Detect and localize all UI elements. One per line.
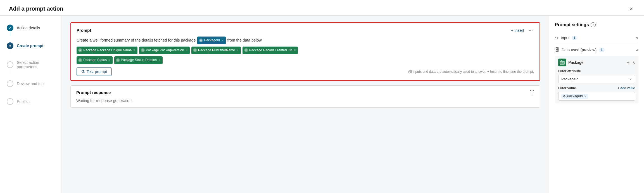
expand-button[interactable]: ⛶	[530, 90, 534, 95]
step-publish[interactable]: Publish	[7, 98, 54, 105]
prompt-tags-line-2: Package.Status × Package.Status Reason ×	[77, 56, 534, 64]
tag-4[interactable]: Package.Status ×	[77, 56, 113, 64]
input-label-text: Input	[561, 36, 569, 40]
svg-text:⚙: ⚙	[200, 40, 202, 42]
step-circle-3	[7, 61, 13, 68]
filter-value-field: Filter value + Add value ⚙ PackageId ×	[558, 86, 635, 101]
package-data-item: Package ··· ∧ Filter attribute PackageId…	[555, 56, 638, 103]
right-panel: Prompt settings i ↪ Input 1 ∨ 🗄 Data use…	[549, 16, 644, 193]
input-arrow-icon: ↪	[555, 35, 559, 40]
tag-close-1[interactable]: ×	[186, 47, 187, 53]
tag-2[interactable]: Package.PublisherName ×	[191, 47, 241, 54]
filter-value-close[interactable]: ×	[584, 94, 586, 98]
tag-1[interactable]: Package.PackageVersion ×	[139, 47, 190, 54]
tag-0[interactable]: ⚙ Package.Package Unique Name ×	[77, 47, 137, 54]
package-more-button[interactable]: ···	[627, 60, 631, 65]
input-tag-close[interactable]: ×	[222, 38, 223, 43]
package-item-actions: ··· ∧	[627, 60, 635, 65]
step-label-2: Create prompt	[17, 44, 44, 48]
input-tag[interactable]: ⚙ PackageId ×	[197, 37, 225, 44]
filter-attribute-label: Filter attribute	[558, 69, 635, 73]
data-used-chevron[interactable]: ∧	[636, 48, 638, 52]
info-icon[interactable]: i	[591, 22, 596, 27]
tag-close-3[interactable]: ×	[294, 47, 296, 53]
svg-point-10	[562, 62, 563, 63]
step-action-details[interactable]: ✓ Action details	[7, 25, 54, 36]
step-circle-2: ●	[7, 42, 13, 49]
tag-label-2: Package.PublisherName	[198, 47, 235, 54]
svg-text:⚙: ⚙	[80, 50, 81, 51]
step-review-and-test[interactable]: Review and test	[7, 80, 54, 91]
tag-close-5[interactable]: ×	[158, 57, 160, 63]
package-name: Package	[568, 60, 583, 65]
prompt-hint: All inputs and data are automatically us…	[408, 70, 534, 74]
package-item-title: Package	[558, 59, 583, 66]
response-header: Prompt response ⛶	[76, 90, 534, 95]
filter-attribute-field: Filter attribute PackageId ∨	[558, 69, 635, 83]
step-select-action-parameters[interactable]: Select action parameters	[7, 60, 54, 74]
dialog-header: Add a prompt action ×	[0, 0, 644, 16]
connector-3	[10, 69, 10, 74]
step-circle-4	[7, 80, 13, 87]
svg-point-5	[194, 49, 196, 51]
prompt-text-line: Create a well formed summary of the deta…	[77, 37, 534, 44]
svg-point-8	[117, 59, 119, 61]
sidebar: ✓ Action details ● Create prompt Select …	[0, 16, 61, 193]
step-create-prompt[interactable]: ● Create prompt	[7, 42, 54, 54]
tag-close-2[interactable]: ×	[237, 47, 238, 53]
test-prompt-button[interactable]: ⚗ Test prompt	[77, 67, 112, 76]
prompt-header-actions: + Insert ···	[511, 27, 534, 33]
filter-value-input[interactable]: ⚙ PackageId ×	[558, 92, 635, 101]
step-label-3: Select action parameters	[17, 60, 54, 69]
tag-icon-packageid: ⚙	[199, 38, 203, 42]
filter-value-tag-text: PackageId	[567, 94, 583, 98]
filter-attribute-select[interactable]: PackageId ∨	[558, 75, 635, 83]
response-title: Prompt response	[76, 90, 111, 95]
tag-icon-0: ⚙	[78, 48, 82, 52]
panel-title: Prompt settings i	[555, 22, 638, 27]
tag-close-4[interactable]: ×	[108, 57, 110, 63]
svg-point-6	[245, 49, 247, 51]
tag-label-1: Package.PackageVersion	[146, 47, 184, 54]
insert-button[interactable]: + Insert	[511, 28, 524, 33]
input-section-label: ↪ Input 1	[555, 35, 578, 40]
data-used-label: 🗄 Data used (preview) 1	[555, 47, 605, 52]
step-label-1: Action details	[17, 26, 40, 30]
step-circle-5	[7, 98, 13, 105]
response-box: Prompt response ⛶ Waiting for response g…	[70, 85, 540, 108]
tag-5[interactable]: Package.Status Reason ×	[114, 56, 163, 64]
filter-value-tag: ⚙ PackageId ×	[561, 94, 588, 99]
test-prompt-icon: ⚗	[81, 69, 85, 74]
test-prompt-label: Test prompt	[87, 69, 107, 74]
input-section: ↪ Input 1 ∨	[555, 32, 638, 44]
tag-3[interactable]: Package.Record Created On ×	[243, 47, 298, 54]
connector-4	[10, 87, 10, 91]
connector-2	[10, 49, 10, 54]
tag-label-4: Package.Status	[83, 57, 107, 63]
tag-icon-4	[78, 58, 82, 62]
prompt-box: Prompt + Insert ··· Create a well formed…	[70, 22, 540, 81]
data-used-header: 🗄 Data used (preview) 1 ∧	[555, 47, 638, 52]
data-used-count: 1	[599, 48, 605, 52]
prompt-text-after: from the data below	[227, 37, 262, 44]
connector-1	[10, 31, 10, 36]
step-circle-1: ✓	[7, 25, 13, 31]
prompt-content: Create a well formed summary of the deta…	[77, 37, 534, 64]
add-value-label: + Add value	[617, 86, 635, 90]
input-count: 1	[572, 36, 578, 40]
add-value-button[interactable]: + Add value	[617, 86, 635, 90]
close-button[interactable]: ×	[627, 4, 635, 13]
package-collapse-button[interactable]: ∧	[632, 60, 635, 65]
tag-icon-3	[244, 48, 248, 52]
input-section-header[interactable]: ↪ Input 1 ∨	[555, 35, 638, 40]
filter-attribute-value: PackageId	[561, 77, 578, 81]
data-used-text: Data used (preview)	[562, 48, 597, 52]
package-item-header: Package ··· ∧	[558, 59, 635, 66]
main-layout: ✓ Action details ● Create prompt Select …	[0, 16, 644, 193]
more-options-button[interactable]: ···	[527, 27, 534, 33]
tag-close-0[interactable]: ×	[133, 47, 135, 53]
tag-icon-1	[141, 48, 145, 52]
tag-icon-2	[193, 48, 197, 52]
step-label-5: Publish	[17, 99, 30, 104]
tag-icon-5	[116, 58, 120, 62]
